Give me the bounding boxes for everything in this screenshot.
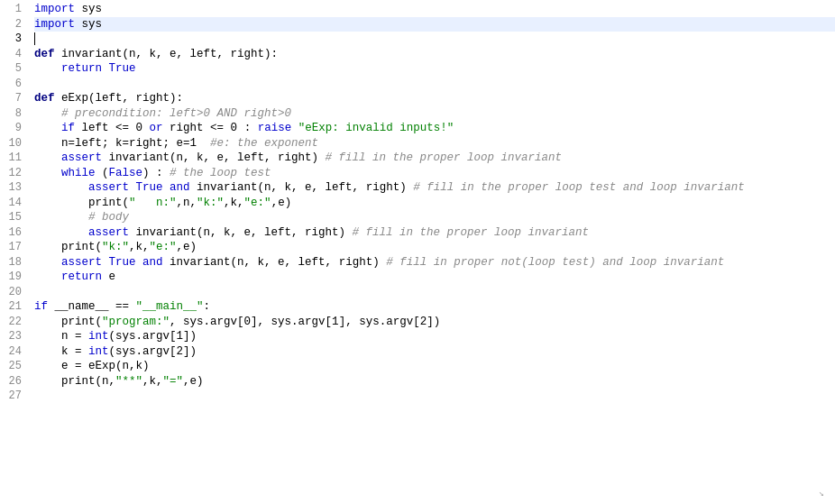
code-line-18: assert True and invariant(n, k, e, left,… xyxy=(34,255,835,270)
code-line-23: n = int(sys.argv[1]) xyxy=(34,329,835,344)
code-line-11: assert invariant(n, k, e, left, right) #… xyxy=(34,151,835,166)
line-num-27: 27 xyxy=(0,389,22,404)
line-num-18: 18 xyxy=(0,255,22,270)
code-line-6 xyxy=(34,77,835,92)
code-line-1: import sys xyxy=(34,2,835,17)
code-line-2: import sys xyxy=(34,17,835,32)
code-line-9: if left <= 0 or right <= 0 : raise "eExp… xyxy=(34,121,835,136)
line-num-19: 19 xyxy=(0,270,22,285)
line-numbers: 1 2 3 4 5 6 7 8 9 10 11 12 13 14 15 16 1… xyxy=(0,0,27,504)
code-line-26: print(n,"**",k,"=",e) xyxy=(34,374,835,389)
code-line-8: # precondition: left>0 AND right>0 xyxy=(34,106,835,122)
line-num-6: 6 xyxy=(0,77,22,92)
code-line-21: if __name__ == "__main__": xyxy=(34,299,835,315)
line-num-26: 26 xyxy=(0,374,22,389)
code-line-4: def invariant(n, k, e, left, right): xyxy=(34,47,835,62)
line-num-5: 5 xyxy=(0,61,22,77)
code-line-20 xyxy=(34,285,835,300)
code-line-5: return True xyxy=(34,61,835,77)
resize-handle[interactable]: ↘ xyxy=(819,488,831,500)
line-num-23: 23 xyxy=(0,329,22,344)
code-line-25: e = eExp(n,k) xyxy=(34,359,835,374)
code-line-12: while (False) : # the loop test xyxy=(34,166,835,181)
line-num-2: 2 xyxy=(0,17,22,32)
code-line-3 xyxy=(34,32,835,47)
line-num-7: 7 xyxy=(0,91,22,106)
line-num-14: 14 xyxy=(0,196,22,211)
line-num-10: 10 xyxy=(0,136,22,151)
line-num-12: 12 xyxy=(0,166,22,181)
line-num-21: 21 xyxy=(0,299,22,315)
code-editor[interactable]: 1 2 3 4 5 6 7 8 9 10 11 12 13 14 15 16 1… xyxy=(0,0,835,504)
code-area: 1 2 3 4 5 6 7 8 9 10 11 12 13 14 15 16 1… xyxy=(0,0,835,504)
line-num-24: 24 xyxy=(0,344,22,360)
line-num-4: 4 xyxy=(0,47,22,62)
code-line-10: n=left; k=right; e=1 #e: the exponent xyxy=(34,136,835,151)
code-line-15: # body xyxy=(34,210,835,225)
code-line-14: print(" n:",n,"k:",k,"e:",e) xyxy=(34,196,835,211)
line-num-11: 11 xyxy=(0,151,22,166)
code-line-24: k = int(sys.argv[2]) xyxy=(34,344,835,360)
line-num-9: 9 xyxy=(0,121,22,136)
code-line-27 xyxy=(34,389,835,404)
code-line-7: def eExp(left, right): xyxy=(34,91,835,106)
line-num-17: 17 xyxy=(0,240,22,255)
line-num-13: 13 xyxy=(0,180,22,196)
line-num-20: 20 xyxy=(0,285,22,300)
line-num-8: 8 xyxy=(0,106,22,122)
code-line-19: return e xyxy=(34,270,835,285)
text-cursor xyxy=(34,32,35,45)
code-line-13: assert True and invariant(n, k, e, left,… xyxy=(34,180,835,196)
code-line-22: print("program:", sys.argv[0], sys.argv[… xyxy=(34,315,835,330)
line-num-16: 16 xyxy=(0,225,22,241)
code-content[interactable]: import sys import sys def invariant(n, k… xyxy=(27,0,835,504)
code-line-16: assert invariant(n, k, e, left, right) #… xyxy=(34,225,835,241)
line-num-22: 22 xyxy=(0,315,22,330)
line-num-15: 15 xyxy=(0,210,22,225)
code-line-17: print("k:",k,"e:",e) xyxy=(34,240,835,255)
line-num-3: 3 xyxy=(0,32,22,47)
line-num-1: 1 xyxy=(0,2,22,17)
line-num-25: 25 xyxy=(0,359,22,374)
